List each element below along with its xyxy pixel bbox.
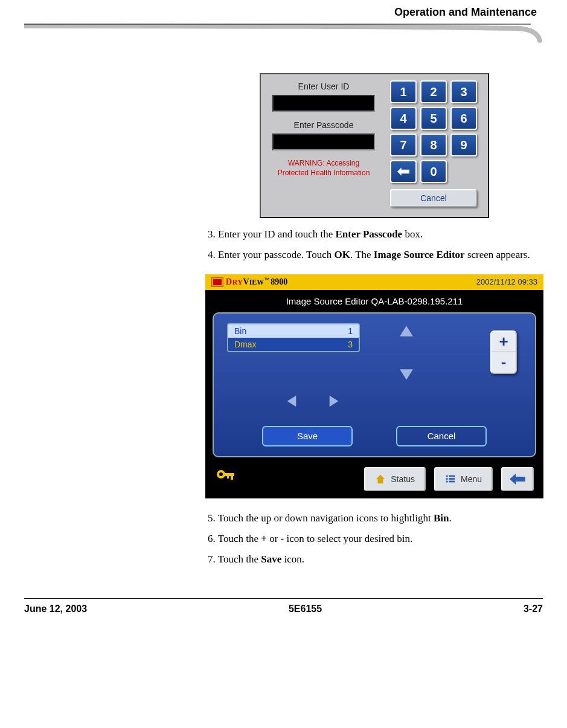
enter-user-id-label: Enter User ID: [267, 82, 380, 91]
svg-rect-5: [446, 475, 448, 477]
editor-title: Image Source Editor QA-LAB-0298.195.211: [213, 296, 536, 306]
keypad-backspace-button[interactable]: [390, 160, 417, 183]
image-source-editor-screenshot: DRYVIEW™8900 2002/11/12 09:33 Image Sour…: [205, 274, 543, 498]
editor-topbar: DRYVIEW™8900 2002/11/12 09:33: [205, 274, 543, 290]
brand-label: DRYVIEW™8900: [226, 277, 287, 287]
home-icon: [375, 474, 386, 485]
svg-rect-7: [446, 478, 448, 480]
section-header: Operation and Maintenance: [24, 6, 543, 19]
param-row-dmax[interactable]: Dmax3: [228, 338, 359, 351]
minus-button[interactable]: -: [492, 352, 516, 373]
keypad-5-button[interactable]: 5: [420, 107, 447, 130]
instruction-step: 3. Enter your ID and touch the Enter Pas…: [205, 227, 543, 242]
instruction-step: 6. Touch the + or - icon to select your …: [205, 531, 543, 547]
instruction-step: 5. Touch the up or down navigation icons…: [205, 511, 543, 526]
keypad-cancel-button[interactable]: Cancel: [390, 189, 477, 207]
svg-rect-6: [449, 475, 455, 477]
svg-point-1: [219, 472, 223, 476]
down-arrow-button[interactable]: [395, 366, 418, 384]
instruction-step: 4. Enter your passcode. Touch OK. The Im…: [205, 247, 543, 263]
keypad-6-button[interactable]: 6: [450, 107, 477, 130]
save-button[interactable]: Save: [262, 426, 353, 446]
instruction-list-b: 5. Touch the up or down navigation icons…: [205, 511, 543, 568]
user-id-field[interactable]: [272, 95, 375, 112]
keypad-0-button[interactable]: 0: [420, 160, 447, 183]
cancel-button[interactable]: Cancel: [396, 426, 487, 446]
param-row-bin[interactable]: Bin1: [228, 324, 359, 338]
plus-button[interactable]: +: [492, 332, 516, 352]
keypad-4-button[interactable]: 4: [390, 107, 417, 130]
footer-pagenum: 3-27: [524, 604, 543, 614]
footer-docnum: 5E6155: [289, 604, 322, 614]
keypad-3-button[interactable]: 3: [450, 80, 477, 103]
status-button[interactable]: Status: [364, 467, 426, 491]
keypad-9-button[interactable]: 9: [450, 134, 477, 156]
kodak-logo-icon: [211, 277, 223, 287]
keypad-2-button[interactable]: 2: [420, 80, 447, 103]
svg-rect-4: [227, 476, 229, 478]
instruction-list-a: 3. Enter your ID and touch the Enter Pas…: [205, 227, 543, 263]
keypad-8-button[interactable]: 8: [420, 134, 447, 156]
page-footer: June 12, 2003 5E6155 3-27: [24, 598, 543, 614]
svg-rect-3: [231, 476, 233, 480]
svg-rect-2: [223, 473, 234, 476]
timestamp-label: 2002/11/12 09:33: [476, 277, 537, 286]
instruction-step: 7. Touch the Save icon.: [205, 552, 543, 567]
svg-rect-8: [449, 478, 455, 480]
right-arrow-button[interactable]: [322, 392, 345, 410]
keypad-1-button[interactable]: 1: [390, 80, 417, 103]
passcode-field[interactable]: [272, 134, 375, 150]
parameter-list[interactable]: Bin1Dmax3: [227, 323, 360, 352]
login-keypad-screenshot: Enter User ID Enter Passcode WARNING: Ac…: [260, 73, 489, 218]
menu-button[interactable]: Menu: [434, 467, 493, 491]
left-arrow-button[interactable]: [280, 392, 303, 410]
back-button[interactable]: [501, 467, 534, 491]
footer-date: June 12, 2003: [24, 604, 87, 614]
plus-minus-control[interactable]: + -: [490, 330, 517, 374]
svg-rect-9: [446, 480, 448, 482]
enter-passcode-label: Enter Passcode: [267, 120, 380, 130]
editor-panel: Bin1Dmax3 + -: [213, 312, 536, 457]
key-icon[interactable]: [215, 467, 237, 491]
back-arrow-icon: [510, 474, 525, 485]
keypad-7-button[interactable]: 7: [390, 134, 417, 156]
phi-warning: WARNING: Accessing Protected Health Info…: [267, 159, 380, 178]
menu-list-icon: [445, 474, 456, 485]
svg-rect-10: [449, 480, 455, 482]
up-arrow-button[interactable]: [395, 322, 418, 340]
header-swoosh-decoration: [24, 22, 543, 47]
